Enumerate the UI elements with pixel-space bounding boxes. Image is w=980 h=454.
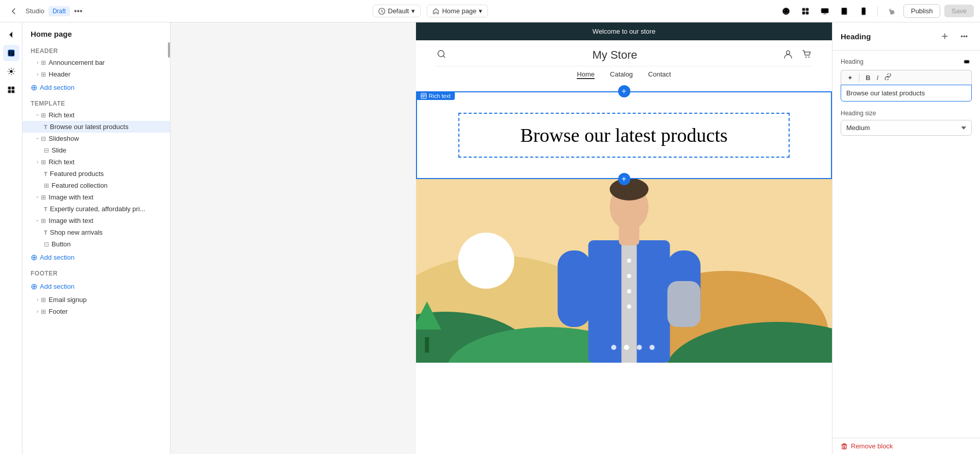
mobile-button[interactable]	[856, 4, 871, 19]
sidebar-item-rich-text-2[interactable]: › ⊞ Rich text	[22, 156, 170, 168]
layout-icon: ⊞	[41, 194, 46, 201]
panel-footer: Remove block	[832, 259, 980, 455]
svg-rect-52	[964, 60, 969, 63]
svg-point-12	[863, 13, 864, 13]
emoji-button[interactable]	[778, 4, 794, 19]
sidebar-item-slideshow[interactable]: › ⊟ Slideshow	[22, 133, 170, 144]
nav-contact[interactable]: Contact	[648, 70, 671, 79]
bold-toolbar-btn[interactable]: B	[864, 73, 872, 83]
heading-size-field-row: Heading size Small Medium Large Extra la…	[841, 110, 972, 136]
sidebar-item-expertly-curated[interactable]: T Expertly curated, affordably pri...	[22, 203, 170, 215]
svg-point-27	[458, 233, 514, 289]
page-title: Home page	[22, 22, 170, 42]
save-button[interactable]: Save	[944, 5, 974, 17]
right-panel-title: Heading	[841, 32, 871, 41]
sidebar-item-email-signup[interactable]: › ⊞ Email signup	[22, 294, 170, 306]
heading-field-label: Heading	[841, 57, 972, 67]
sidebar-settings-btn[interactable]	[3, 63, 19, 80]
svg-rect-8	[821, 8, 828, 13]
heading-collapse-btn[interactable]	[962, 57, 972, 67]
sidebar-item-label: Header	[48, 70, 70, 78]
sidebar-item-label: Shop new arrivals	[50, 229, 103, 236]
sidebar-item-label: Email signup	[48, 296, 86, 304]
undo-button[interactable]	[884, 4, 899, 19]
svg-rect-17	[8, 90, 11, 93]
add-section-template-btn[interactable]: ⊕ Add section	[22, 250, 170, 265]
heading-field-row: Heading ✦ B I	[841, 57, 972, 102]
italic-icon: I	[876, 74, 878, 82]
default-selector[interactable]: Default ▾	[373, 5, 421, 17]
heading-size-select[interactable]: Small Medium Large Extra large	[841, 120, 972, 136]
svg-point-38	[627, 259, 631, 263]
homepage-selector[interactable]: Home page ▾	[427, 5, 488, 17]
svg-point-39	[627, 274, 631, 278]
link-toolbar-btn[interactable]	[883, 72, 893, 83]
add-section-footer-btn[interactable]: ⊕ Add section	[22, 279, 170, 294]
search-icon[interactable]	[436, 49, 447, 61]
back-button[interactable]	[6, 4, 21, 19]
heading-text-display[interactable]: Browse our latest products	[458, 113, 790, 158]
remove-block-button[interactable]: Remove block	[832, 438, 980, 454]
sidebar-item-button[interactable]: ⊡ Button	[22, 238, 170, 250]
sidebar-item-slide[interactable]: ⊟ Slide	[22, 144, 170, 156]
svg-rect-4	[802, 8, 805, 11]
nav-home[interactable]: Home	[577, 70, 595, 79]
hero-illustration	[416, 179, 832, 363]
layout-icon: ⊞	[41, 112, 46, 119]
sidebar-item-image-with-text-2[interactable]: › ⊞ Image with text	[22, 215, 170, 226]
sidebar-item-label: Expertly curated, affordably pri...	[50, 205, 145, 213]
canvas-area: Welcome to our store My Store	[416, 22, 832, 454]
heading-input[interactable]	[841, 85, 972, 102]
svg-rect-44	[668, 281, 701, 327]
nav-catalog[interactable]: Catalog	[610, 70, 633, 79]
grid-button[interactable]	[798, 4, 813, 19]
rich-text-section[interactable]: Rich text + Browse our latest products +	[416, 91, 832, 179]
sidebar-item-rich-text-1[interactable]: › ⊞ Rich text	[22, 109, 170, 121]
rich-text-label: Rich text	[416, 92, 455, 100]
sidebar-item-featured-products[interactable]: T Featured products	[22, 168, 170, 180]
text-icon: T	[44, 206, 47, 212]
italic-toolbar-btn[interactable]: I	[874, 73, 880, 83]
sidebar-item-footer[interactable]: › ⊞ Footer	[22, 306, 170, 317]
text-icon: T	[44, 124, 47, 130]
sidebar-blocks-btn[interactable]	[3, 82, 19, 98]
panel-collapse-btn[interactable]	[937, 29, 952, 44]
magic-toolbar-btn[interactable]: ✦	[845, 73, 855, 83]
sidebar-item-label: Rich text	[48, 158, 75, 166]
main-layout: Home page Header › ⊞ Announcement bar › …	[0, 22, 980, 454]
header-section-label: Header	[22, 42, 170, 57]
add-section-header-btn[interactable]: ⊕ Add section	[22, 80, 170, 95]
sidebar-item-header[interactable]: › ⊞ Header	[22, 68, 170, 80]
chevron-icon: ›	[37, 60, 38, 65]
more-options-button[interactable]: •••	[74, 7, 83, 16]
sidebar-item-announcement-bar[interactable]: › ⊞ Announcement bar	[22, 57, 170, 68]
toolbar-divider	[877, 6, 878, 16]
tablet-button[interactable]	[837, 4, 852, 19]
desktop-button[interactable]	[817, 4, 832, 19]
toolbar-separator	[859, 73, 860, 82]
sidebar-back-btn[interactable]	[3, 27, 19, 43]
svg-point-20	[787, 51, 790, 55]
add-section-label: Add section	[40, 84, 75, 91]
sidebar-item-browse-heading[interactable]: T Browse our latest products	[22, 121, 170, 133]
cart-icon[interactable]	[801, 49, 812, 61]
heading-size-label: Heading size	[841, 110, 972, 117]
add-block-bottom-btn[interactable]: +	[618, 173, 630, 185]
draft-badge[interactable]: Draft	[48, 6, 70, 16]
slideshow-section	[416, 179, 832, 363]
studio-button[interactable]: Studio	[26, 7, 44, 15]
publish-button[interactable]: Publish	[903, 4, 941, 18]
layout-icon: ⊞	[41, 296, 46, 304]
sidebar-item-shop-new-arrivals[interactable]: T Shop new arrivals	[22, 226, 170, 238]
sidebar-item-featured-collection[interactable]: ⊞ Featured collection	[22, 180, 170, 191]
chevron-icon: ›	[35, 196, 40, 198]
add-section-label: Add section	[40, 254, 75, 261]
sidebar-pages-btn[interactable]	[3, 45, 19, 61]
canvas-scroll[interactable]: Welcome to our store My Store	[416, 22, 832, 454]
add-block-top-btn[interactable]: +	[618, 85, 630, 97]
svg-rect-53	[842, 445, 846, 449]
panel-more-btn[interactable]: •••	[957, 29, 972, 44]
account-icon[interactable]	[783, 49, 793, 61]
svg-point-21	[805, 57, 806, 58]
sidebar-item-image-with-text-1[interactable]: › ⊞ Image with text	[22, 191, 170, 203]
